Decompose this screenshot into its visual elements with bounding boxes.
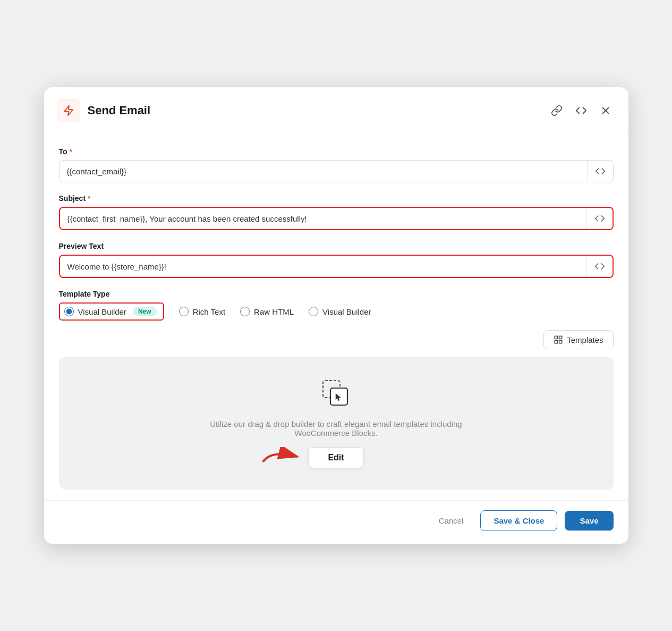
svg-rect-5: [555, 341, 557, 343]
subject-required: *: [88, 194, 90, 203]
radio-visual-builder-new[interactable]: Visual Builder New: [59, 302, 164, 321]
svg-rect-3: [555, 336, 557, 339]
cancel-button[interactable]: Cancel: [429, 511, 473, 531]
close-button[interactable]: [598, 103, 614, 119]
templates-button-row: Templates: [59, 330, 614, 349]
radio-rich-text-input[interactable]: [179, 307, 189, 316]
svg-rect-6: [559, 341, 562, 343]
templates-button[interactable]: Templates: [543, 330, 613, 349]
subject-field-group: Subject *: [59, 194, 614, 230]
subject-input-wrapper: [59, 207, 614, 230]
arrow-icon: [260, 447, 303, 468]
radio-raw-html-label: Raw HTML: [254, 307, 294, 316]
subject-label: Subject *: [59, 194, 614, 203]
templates-button-label: Templates: [567, 335, 603, 344]
link-button[interactable]: [549, 103, 565, 119]
to-input-wrapper: [59, 160, 614, 182]
save-close-button[interactable]: Save & Close: [480, 510, 557, 531]
preview-text-input[interactable]: [60, 256, 586, 277]
radio-visual-builder-input[interactable]: [309, 307, 318, 316]
svg-rect-4: [559, 336, 562, 339]
preview-text-label: Preview Text: [59, 242, 614, 250]
to-input[interactable]: [59, 161, 587, 182]
subject-variable-button[interactable]: [586, 208, 613, 229]
variable-header-button[interactable]: [573, 103, 589, 119]
edit-button-wrapper: Edit: [308, 447, 363, 468]
template-type-label: Template Type: [59, 290, 614, 298]
template-type-radio-group: Visual Builder New Rich Text Raw HTML Vi…: [59, 302, 614, 321]
to-required: *: [70, 147, 72, 156]
radio-raw-html-input[interactable]: [240, 307, 250, 316]
save-button[interactable]: Save: [565, 511, 613, 531]
to-field-group: To *: [59, 147, 614, 182]
preview-text-field-group: Preview Text: [59, 242, 614, 278]
radio-raw-html[interactable]: Raw HTML: [240, 307, 294, 316]
modal-icon: [57, 99, 80, 122]
radio-visual-builder-new-input[interactable]: [64, 307, 74, 316]
modal-title: Send Email: [88, 104, 541, 117]
radio-rich-text-label: Rich Text: [193, 307, 225, 316]
radio-visual-builder-label: Visual Builder: [322, 307, 371, 316]
modal-body: To * Subject *: [44, 132, 628, 500]
header-actions: [549, 103, 614, 119]
modal-header: Send Email: [44, 87, 628, 132]
preview-text-variable-button[interactable]: [586, 256, 613, 277]
radio-rich-text[interactable]: Rich Text: [179, 307, 225, 316]
edit-button[interactable]: Edit: [308, 447, 363, 468]
drag-drop-icon: [320, 378, 352, 410]
preview-text-input-wrapper: [59, 255, 614, 278]
to-variable-button[interactable]: [587, 161, 613, 182]
new-badge: New: [133, 307, 157, 316]
send-email-modal: Send Email: [44, 87, 628, 544]
svg-marker-0: [64, 106, 73, 115]
builder-area: Utilize our drag & drop builder to craft…: [59, 357, 614, 490]
to-label: To *: [59, 147, 614, 156]
builder-description: Utilize our drag & drop builder to craft…: [188, 419, 485, 438]
modal-footer: Cancel Save & Close Save: [44, 500, 628, 544]
radio-visual-builder[interactable]: Visual Builder: [309, 307, 371, 316]
subject-input[interactable]: [60, 208, 586, 229]
radio-visual-builder-new-label: Visual Builder: [78, 307, 126, 316]
template-type-group: Template Type Visual Builder New Rich Te…: [59, 290, 614, 321]
